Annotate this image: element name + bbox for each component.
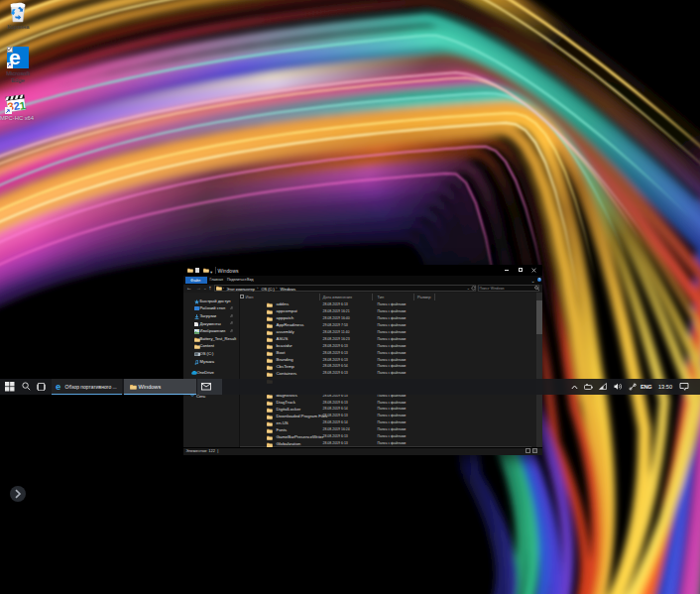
svg-text:1: 1 (19, 99, 27, 112)
